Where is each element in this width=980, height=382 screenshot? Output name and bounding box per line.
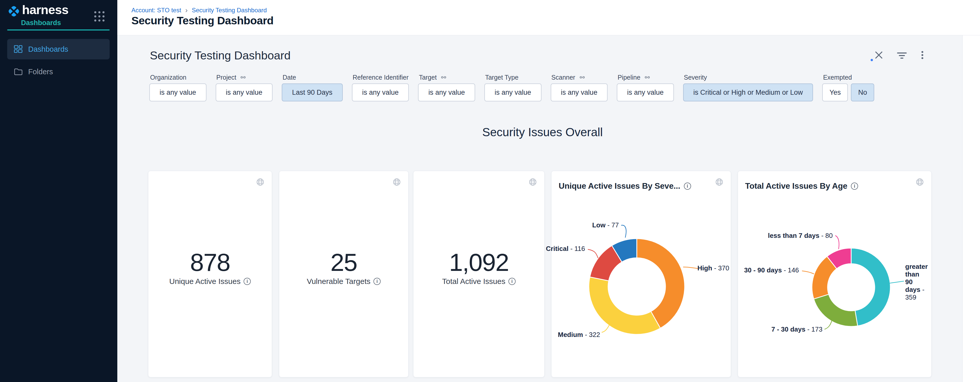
filter-value-target-type[interactable]: is any value (484, 84, 541, 101)
filter-group-scanner: Scanneris any value (551, 71, 608, 101)
filter-value-reference-identifier[interactable]: is any value (352, 84, 409, 101)
donut-leader-lines (552, 171, 731, 377)
breadcrumb-page-link[interactable]: Security Testing Dashboard (192, 7, 267, 14)
folder-icon (14, 67, 22, 76)
slice-label-greater-than-90-days: greater than 90 days - 359 (905, 263, 928, 301)
dashboard-title: Security Testing Dashboard (150, 49, 291, 62)
section-title: Security Issues Overall (427, 125, 658, 139)
filter-group-reference-identifier: Reference Identifieris any value (352, 71, 409, 101)
globe-icon (256, 178, 265, 186)
stat-label: Vulnerable Targetsi (279, 277, 408, 286)
info-icon[interactable]: i (243, 278, 251, 285)
harness-logo-text: harness (22, 3, 68, 17)
sidebar-item-label: Dashboards (28, 45, 68, 54)
slice-label-7-30-days: 7 - 30 days - 173 (772, 325, 822, 333)
globe-icon (528, 178, 537, 186)
filter-value-organization[interactable]: is any value (150, 84, 207, 101)
filter-label: Reference Identifier (352, 71, 409, 84)
filter-value-exempted-no[interactable]: No (851, 84, 874, 101)
filter-value-scanner[interactable]: is any value (551, 84, 608, 101)
slice-label-critical: Critical - 116 (546, 245, 585, 253)
filter-label: Severity (683, 71, 813, 84)
filter-group-pipeline: Pipelineis any value (617, 71, 674, 101)
linked-filter-icon (240, 74, 247, 81)
slice-label-less-than-7-days: less than 7 days - 80 (768, 232, 833, 239)
tile-total-active-issues: 1,092 Total Active Issuesi (413, 171, 544, 377)
filter-value-exempted-yes[interactable]: Yes (822, 84, 848, 101)
scroll-gutter (963, 35, 980, 382)
harness-logo-icon (8, 5, 20, 17)
breadcrumb-account-link[interactable]: Account: STO test (131, 7, 181, 14)
filter-group-exempted: ExemptedYesNo (822, 71, 874, 101)
linked-filter-icon (440, 74, 447, 81)
filter-label: Target Type (484, 71, 541, 84)
stat-label: Total Active Issuesi (414, 277, 544, 286)
filter-group-date: DateLast 90 Days (282, 71, 343, 101)
stat-value: 1,092 (414, 250, 544, 275)
app-grid-icon[interactable] (94, 11, 105, 22)
filter-bar: Organizationis any valueProjectis any va… (150, 71, 874, 101)
filter-group-project: Projectis any value (216, 71, 273, 101)
filter-value-severity[interactable]: is Critical or High or Medium or Low (683, 84, 813, 101)
filter-label: Date (282, 71, 343, 84)
tile-vulnerable-targets: 25 Vulnerable Targetsi (279, 171, 409, 377)
filter-label: Target (418, 71, 475, 84)
linked-filter-icon (579, 74, 585, 81)
filter-value-pipeline[interactable]: is any value (617, 84, 674, 101)
filter-icon[interactable] (896, 49, 907, 61)
breadcrumb-separator: › (185, 7, 188, 13)
page-header: Account: STO test › Security Testing Das… (117, 0, 980, 35)
slice-label-30-90-days: 30 - 90 days - 146 (744, 266, 799, 274)
info-icon[interactable]: i (508, 278, 515, 285)
linked-filter-icon (644, 74, 651, 81)
kebab-menu-icon[interactable] (917, 49, 928, 61)
sidebar-item-dashboards[interactable]: Dashboards (7, 39, 110, 59)
filter-label: Project (216, 71, 273, 84)
cursor-dot (871, 59, 873, 61)
filter-label: Scanner (551, 71, 608, 84)
filter-group-target: Targetis any value (418, 71, 475, 101)
breadcrumb: Account: STO test › Security Testing Das… (131, 7, 267, 14)
stat-label: Unique Active Issuesi (148, 277, 272, 286)
filter-group-severity: Severityis Critical or High or Medium or… (683, 71, 813, 101)
filter-group-organization: Organizationis any value (150, 71, 207, 101)
filter-value-project[interactable]: is any value (216, 84, 273, 101)
slice-label-medium: Medium - 322 (558, 331, 600, 339)
sidebar-divider (7, 29, 110, 30)
sidebar: harness Dashboards Dashboards Folders (0, 0, 117, 382)
close-icon[interactable] (873, 49, 885, 61)
filter-value-target[interactable]: is any value (418, 84, 475, 101)
page-title: Security Testing Dashboard (131, 14, 274, 27)
tile-total-active-issues-by-age: Total Active Issues By Agei less than 7 … (738, 171, 932, 377)
stat-value: 25 (279, 250, 408, 275)
info-icon[interactable]: i (374, 278, 381, 285)
sidebar-item-label: Folders (28, 68, 53, 76)
tile-unique-active-issues: 878 Unique Active Issuesi (148, 171, 272, 377)
filter-label: Pipeline (617, 71, 674, 84)
sidebar-item-folders[interactable]: Folders (7, 62, 110, 82)
globe-icon (392, 178, 401, 186)
filter-label: Organization (150, 71, 207, 84)
tile-unique-active-issues-by-severity: Unique Active Issues By Seve...i Low - 7… (551, 171, 731, 377)
stat-value: 878 (148, 250, 272, 275)
slice-label-low: Low - 77 (592, 221, 619, 229)
filter-value-date[interactable]: Last 90 Days (282, 84, 343, 101)
slice-label-high: High - 370 (697, 264, 729, 272)
filter-label: Exempted (822, 71, 874, 84)
module-label: Dashboards (21, 19, 61, 27)
dashboards-icon (14, 45, 22, 54)
filter-group-target-type: Target Typeis any value (484, 71, 541, 101)
dashboard-content: Security Testing Dashboard Organizationi… (117, 35, 963, 382)
